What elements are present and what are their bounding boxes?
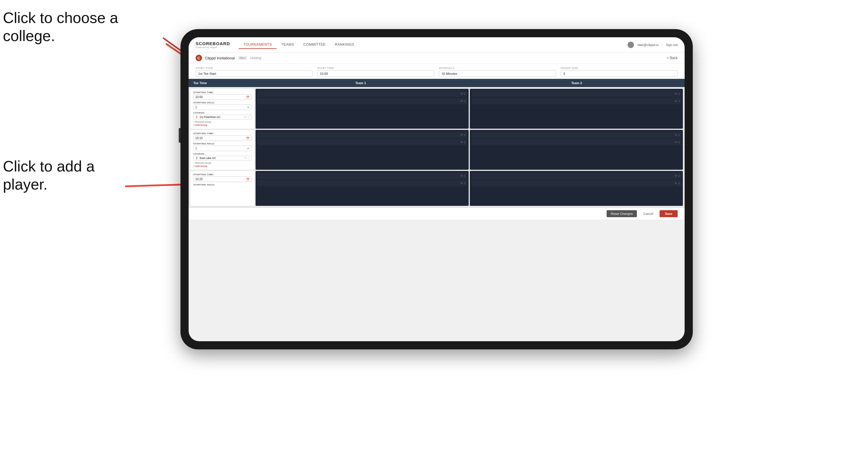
divider — [662, 42, 662, 47]
team1-cell-2: ✕◇ ✕◇ — [255, 130, 469, 170]
save-button[interactable]: Save — [659, 210, 678, 217]
team1-cell-1: ✕◇ ✕◇ — [255, 89, 469, 129]
start-type-label: Start Type — [196, 67, 313, 70]
slot-actions: ✕◇ — [675, 100, 680, 102]
slot-actions: ✕◇ — [675, 92, 680, 95]
player-slot[interactable]: ✕◇ — [471, 180, 681, 186]
hosting-label: Hosting — [250, 56, 261, 60]
course-tag-2[interactable]: 🏌 East Lake GC ✕ ◇ — [193, 156, 251, 160]
player-slot[interactable]: ✕◇ — [257, 98, 467, 104]
gender-badge: Men — [238, 56, 247, 60]
intervals-group: Intervals 10 Minutes — [439, 67, 556, 77]
tablet-frame: SCOREBOARD Powered by clippd TOURNAMENTS… — [181, 29, 693, 349]
starting-time-label-3: STARTING TIME: — [193, 173, 251, 176]
start-time-select[interactable]: 10:00 — [317, 70, 434, 77]
footer-bar: Reset Changes Cancel Save — [189, 208, 685, 220]
tee-left-1: STARTING TIME: 10:00 ⏰ STARTING HOLE: 1 … — [190, 89, 254, 129]
starting-hole-label-1: STARTING HOLE: — [193, 101, 251, 104]
slot-actions: ✕◇ — [675, 141, 680, 144]
nav-tab-tournaments[interactable]: TOURNAMENTS — [239, 41, 277, 49]
starting-time-input-2[interactable]: 10:10 ⏰ — [193, 135, 251, 141]
starting-time-label-2: STARTING TIME: — [193, 132, 251, 135]
logo-text: SCOREBOARD — [196, 41, 230, 46]
main-nav: TOURNAMENTS TEAMS COMMITTEE RANKINGS — [239, 41, 627, 49]
add-group-2[interactable]: + Add Group — [193, 165, 251, 167]
breadcrumb-bar: C Clippd Invitational Men Hosting < Back — [189, 53, 685, 64]
course-name-2: East Lake GC — [200, 157, 216, 160]
remove-group-1[interactable]: ○ Remove Group — [193, 121, 251, 123]
tablet-screen: SCOREBOARD Powered by clippd TOURNAMENTS… — [189, 37, 685, 341]
player-slot[interactable]: ✕◇ — [471, 132, 681, 138]
player-slot[interactable]: ✕◇ — [471, 139, 681, 145]
slot-actions: ✕◇ — [675, 133, 680, 136]
team2-cell-3: ✕◇ ✕◇ — [470, 171, 683, 206]
slot-actions: ✕◇ — [461, 100, 466, 102]
starting-hole-input-1[interactable]: 1 ▼ — [193, 104, 251, 110]
table-row: STARTING TIME: 10:20 ⏰ STARTING HOLE: ✕◇ — [190, 171, 683, 206]
player-slot[interactable]: ✕◇ — [471, 98, 681, 104]
starting-time-input-1[interactable]: 10:00 ⏰ — [193, 94, 251, 100]
player-slot[interactable]: ✕◇ — [257, 180, 467, 186]
player-slot[interactable]: ✕◇ — [471, 173, 681, 179]
tee-left-2: STARTING TIME: 10:10 ⏰ STARTING HOLE: 1 … — [190, 130, 254, 170]
logo-sub: Powered by clippd — [196, 46, 230, 49]
slot-actions: ✕◇ — [461, 133, 466, 136]
user-email: blair@clippd.io — [638, 43, 658, 46]
team2-cell-2: ✕◇ ✕◇ — [470, 130, 683, 170]
table-row: STARTING TIME: 10:10 ⏰ STARTING HOLE: 1 … — [190, 130, 683, 170]
group-size-label: Group Size — [561, 67, 678, 70]
slot-actions: ✕◇ — [675, 175, 680, 177]
player-slot[interactable]: ✕◇ — [257, 132, 467, 138]
course-label-1: COURSE: — [193, 112, 251, 114]
team1-header: Team 1 — [253, 79, 469, 87]
starting-hole-label-2: STARTING HOLE: — [193, 143, 251, 145]
starting-hole-label-3: STARTING HOLE: — [193, 183, 251, 186]
team1-cell-3: ✕◇ ✕◇ — [255, 171, 469, 206]
start-time-group: Start Time 10:00 — [317, 67, 434, 77]
group-size-group: Group Size 3 — [561, 67, 678, 77]
intervals-label: Intervals — [439, 67, 556, 70]
user-avatar — [627, 42, 634, 48]
nav-tab-committee[interactable]: COMMITTEE — [299, 41, 330, 49]
player-slot[interactable]: ✕◇ — [257, 139, 467, 145]
back-button[interactable]: < Back — [667, 56, 678, 60]
tee-time-header: Tee Time — [189, 79, 253, 87]
slot-actions: ✕◇ — [675, 182, 680, 185]
team2-header: Team 2 — [469, 79, 685, 87]
sign-out-link[interactable]: Sign out — [666, 43, 678, 46]
starting-time-input-3[interactable]: 10:20 ⏰ — [193, 177, 251, 182]
cancel-button[interactable]: Cancel — [639, 210, 657, 217]
start-time-label: Start Time — [317, 67, 434, 70]
table-header: Tee Time Team 1 Team 2 — [189, 79, 685, 87]
nav-tab-teams[interactable]: TEAMS — [277, 41, 299, 49]
tournament-title: Clippd Invitational — [205, 56, 235, 60]
start-type-group: Start Type 1st Tee Start — [196, 67, 313, 77]
content-area: STARTING TIME: 10:00 ⏰ STARTING HOLE: 1 … — [189, 87, 685, 208]
bottom-annotation: Click to add a player. — [3, 157, 131, 194]
brand-logo: C — [196, 55, 202, 61]
slot-actions: ✕◇ — [461, 141, 466, 144]
player-slot[interactable]: ✕◇ — [257, 173, 467, 179]
start-type-select[interactable]: 1st Tee Start — [196, 70, 313, 77]
slot-actions: ✕◇ — [461, 175, 466, 177]
slot-actions: ✕◇ — [461, 182, 466, 185]
table-row: STARTING TIME: 10:00 ⏰ STARTING HOLE: 1 … — [190, 89, 683, 129]
settings-bar: Start Type 1st Tee Start Start Time 10:0… — [189, 64, 685, 79]
add-group-1[interactable]: + Add Group — [193, 124, 251, 126]
starting-time-label-1: STARTING TIME: — [193, 91, 251, 94]
scoreboard-logo: SCOREBOARD Powered by clippd — [196, 41, 230, 49]
group-size-select[interactable]: 3 — [561, 70, 678, 77]
tee-left-3: STARTING TIME: 10:20 ⏰ STARTING HOLE: — [190, 171, 254, 206]
course-name-1: (A) Peachtree GC — [200, 116, 221, 119]
starting-hole-input-2[interactable]: 1 ▼ — [193, 146, 251, 151]
header-right: blair@clippd.io Sign out — [627, 42, 678, 48]
intervals-select[interactable]: 10 Minutes — [439, 70, 556, 77]
team2-cell-1: ✕◇ ✕◇ — [470, 89, 683, 129]
player-slot[interactable]: ✕◇ — [257, 91, 467, 97]
nav-tab-rankings[interactable]: RANKINGS — [330, 41, 359, 49]
remove-group-2[interactable]: ○ Remove Group — [193, 162, 251, 164]
reset-changes-button[interactable]: Reset Changes — [607, 210, 637, 217]
course-tag-1[interactable]: 🏌 (A) Peachtree GC ✕ ◇ — [193, 115, 251, 119]
player-slot[interactable]: ✕◇ — [471, 91, 681, 97]
course-label-2: COURSE: — [193, 153, 251, 155]
